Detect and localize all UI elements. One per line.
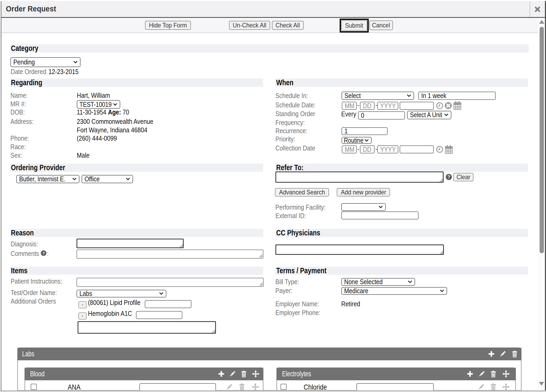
svg-text:?: ? [42,251,45,255]
svg-text:?: ? [447,174,450,179]
